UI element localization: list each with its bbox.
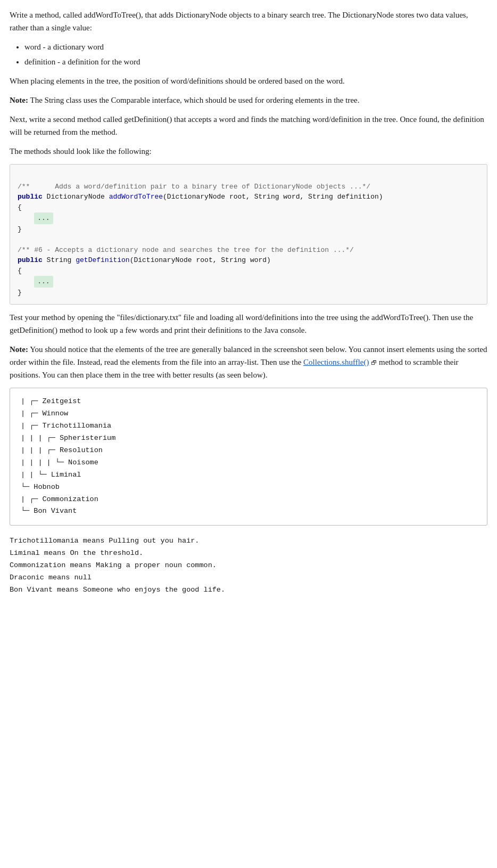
- note1: Note: The String class uses the Comparab…: [10, 94, 487, 107]
- note1-text: The String class uses the Comparable int…: [28, 96, 359, 104]
- intro-para2: When placing elements in the tree, the p…: [10, 75, 487, 87]
- output-block: Trichotillomania means Pulling out you h…: [10, 532, 487, 596]
- tree-line: | ┌─ Commonization: [21, 494, 476, 506]
- code-params2: (DictionaryNode root, String word): [130, 256, 271, 264]
- output-line: Bon Vivant means Someone who enjoys the …: [10, 584, 487, 596]
- intro-para4: The methods should look like the followi…: [10, 145, 487, 158]
- code-brace2: }: [18, 225, 22, 233]
- note2: Note: You should notice that the element…: [10, 343, 487, 381]
- tree-line: └─ Hobnob: [21, 481, 476, 494]
- tree-line: | | | | └─ Noisome: [21, 457, 476, 469]
- code-ellipsis2: ...: [34, 276, 53, 288]
- code-brace3: {: [18, 267, 22, 275]
- tree-line: | | └─ Liminal: [21, 469, 476, 481]
- intro-para3: Next, write a second method called getDe…: [10, 113, 487, 138]
- tree-diagram: | ┌─ Zeitgeist| ┌─ Winnow| ┌─ Trichotill…: [10, 388, 487, 526]
- code-block: /** Adds a word/definition pair to a bin…: [10, 164, 487, 305]
- note2-bold: Note:: [10, 345, 28, 354]
- code-params1: (DictionaryNode root, String word, Strin…: [163, 193, 383, 201]
- bullet-item-2: definition - a definition for the word: [24, 55, 487, 68]
- code-comment1: /** Adds a word/definition pair to a bin…: [18, 183, 370, 191]
- code-method1: addWordToTree: [109, 193, 163, 201]
- tree-line: └─ Bon Vivant: [21, 505, 476, 518]
- bullet-item-1: word - a dictionary word: [24, 40, 487, 53]
- bullet-list: word - a dictionary word definition - a …: [24, 40, 487, 68]
- code-ellipsis1: ...: [34, 212, 53, 224]
- tree-line: | | | ┌─ Spheristerium: [21, 432, 476, 445]
- tree-line: | ┌─ Winnow: [21, 408, 476, 420]
- code-comment2: /** #6 - Accepts a dictionary node and s…: [18, 246, 354, 254]
- output-line: Commonization means Making a proper noun…: [10, 560, 487, 572]
- note1-bold: Note:: [10, 96, 28, 104]
- code-kw2: public: [18, 256, 43, 264]
- tree-line: | | | ┌─ Resolution: [21, 445, 476, 457]
- intro-para1: Write a method, called addWordToTree(), …: [10, 9, 487, 34]
- output-line: Trichotillomania means Pulling out you h…: [10, 535, 487, 547]
- output-line: Liminal means On the threshold.: [10, 547, 487, 560]
- tree-line: | ┌─ Trichotillomania: [21, 420, 476, 432]
- code-brace1: {: [18, 203, 22, 211]
- code-method2: getDefinition: [76, 256, 129, 264]
- test-para1: Test your method by opening the "files/d…: [10, 311, 487, 337]
- output-line: Draconic means null: [10, 572, 487, 584]
- collections-shuffle-link[interactable]: Collections.shuffle(): [303, 358, 369, 366]
- code-brace4: }: [18, 289, 22, 297]
- link-icon: 🗗: [371, 359, 377, 366]
- code-rest1: DictionaryNode: [43, 193, 109, 201]
- code-kw1: public: [18, 193, 43, 201]
- code-rest2: String: [43, 256, 76, 264]
- tree-line: | ┌─ Zeitgeist: [21, 396, 476, 408]
